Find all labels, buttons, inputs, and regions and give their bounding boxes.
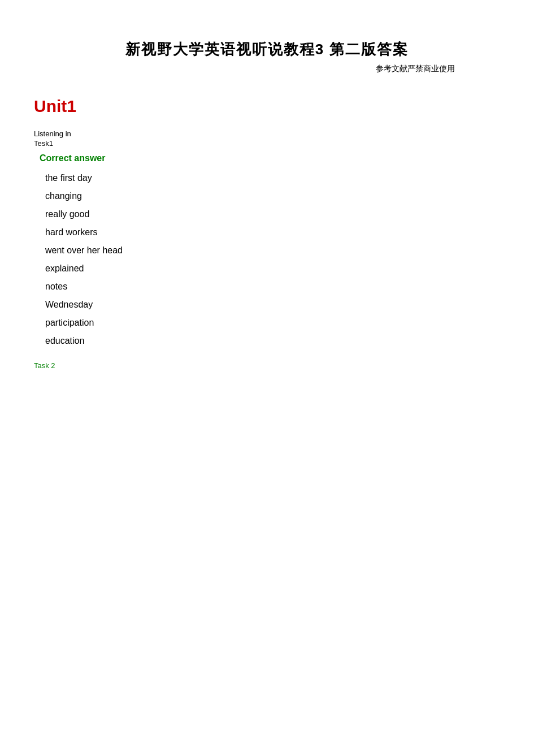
unit-title: Unit1 — [34, 97, 500, 116]
list-item: education — [45, 332, 500, 350]
list-item: Wednesday — [45, 296, 500, 314]
list-item: changing — [45, 187, 500, 205]
list-item: really good — [45, 205, 500, 223]
list-item: hard workers — [45, 223, 500, 241]
listening-line1: Listening in — [34, 129, 500, 138]
list-item: the first day — [45, 169, 500, 187]
list-item: participation — [45, 314, 500, 332]
listening-line2: Tesk1 — [34, 139, 500, 148]
correct-answer-heading: Correct answer — [34, 153, 500, 163]
task2-label: Task 2 — [34, 361, 500, 370]
page-title: 新视野大学英语视听说教程3 第二版答案 — [34, 40, 500, 59]
list-item: notes — [45, 278, 500, 296]
list-item: explained — [45, 260, 500, 278]
subtitle: 参考文献严禁商业使用 — [34, 64, 500, 74]
answer-list: the first daychangingreally goodhard wor… — [34, 169, 500, 350]
list-item: went over her head — [45, 241, 500, 260]
